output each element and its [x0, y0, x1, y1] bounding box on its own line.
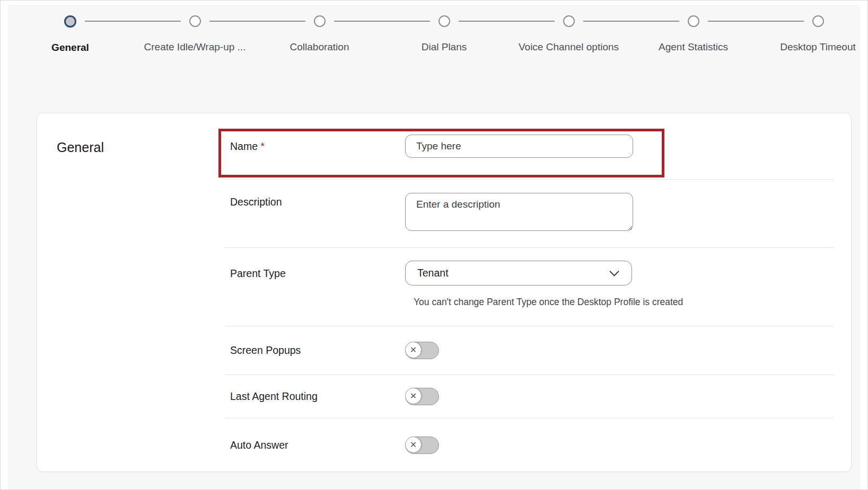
- step-circle-icon: [812, 15, 824, 27]
- general-form: Name * Description Parent Type: [225, 113, 834, 472]
- required-asterisk: *: [260, 140, 265, 152]
- last-agent-routing-label: Last Agent Routing: [225, 390, 405, 403]
- parent-type-field-row: Parent Type Tenant You can't change Pare…: [225, 248, 834, 326]
- stepper-step-desktop-timeout[interactable]: Desktop Timeout: [756, 15, 868, 54]
- toggle-off-icon: ✕: [410, 441, 417, 449]
- step-label: Agent Statistics: [659, 41, 728, 53]
- step-label: Collaboration: [290, 41, 349, 53]
- step-label: Dial Plans: [422, 41, 467, 53]
- step-circle-icon: [314, 15, 326, 27]
- name-field-row: Name *: [225, 113, 834, 180]
- step-label: Voice Channel options: [519, 41, 619, 53]
- name-input[interactable]: [405, 135, 633, 158]
- step-label: General: [51, 42, 89, 54]
- general-settings-card: General Name * Description: [37, 113, 852, 472]
- screen-popups-label: Screen Popups: [225, 344, 405, 357]
- chevron-down-icon: [609, 266, 619, 276]
- last-agent-routing-toggle[interactable]: ✕: [405, 388, 439, 405]
- step-circle-icon: [64, 15, 76, 28]
- toggle-knob: ✕: [405, 388, 422, 404]
- last-agent-routing-field-row: Last Agent Routing ✕: [225, 375, 834, 418]
- screen-popups-field-row: Screen Popups ✕: [225, 326, 834, 375]
- parent-type-select[interactable]: Tenant: [405, 261, 632, 286]
- toggle-off-icon: ✕: [410, 346, 417, 354]
- screen-popups-toggle[interactable]: ✕: [405, 342, 439, 359]
- toggle-knob: ✕: [405, 342, 422, 358]
- parent-type-helper-text: You can't change Parent Type once the De…: [405, 297, 834, 308]
- toggle-off-icon: ✕: [410, 392, 417, 400]
- auto-answer-label: Auto Answer: [225, 439, 405, 451]
- section-title: General: [57, 140, 104, 155]
- step-circle-icon: [439, 15, 450, 27]
- toggle-knob: ✕: [405, 436, 422, 453]
- auto-answer-toggle[interactable]: ✕: [405, 436, 439, 454]
- parent-type-field-label: Parent Type: [225, 248, 405, 280]
- parent-type-selected-value: Tenant: [417, 267, 449, 279]
- desktop-profile-wizard-page: { "stepper": { "steps": [ { "label": "Ge…: [0, 0, 868, 490]
- description-textarea[interactable]: [405, 193, 633, 231]
- step-circle-icon: [189, 15, 201, 27]
- step-circle-icon: [563, 15, 575, 27]
- description-field-row: Description: [225, 180, 834, 248]
- name-field-label: Name *: [225, 140, 405, 153]
- page-background: General Create Idle/Wrap-up ... Collabor…: [8, 5, 860, 489]
- description-field-label: Description: [225, 180, 405, 208]
- step-circle-icon: [688, 15, 699, 27]
- auto-answer-field-row: Auto Answer ✕: [225, 418, 834, 472]
- step-label: Create Idle/Wrap-up ...: [144, 41, 246, 53]
- step-label: Desktop Timeout: [780, 41, 856, 53]
- wizard-stepper: General Create Idle/Wrap-up ... Collabor…: [8, 15, 868, 54]
